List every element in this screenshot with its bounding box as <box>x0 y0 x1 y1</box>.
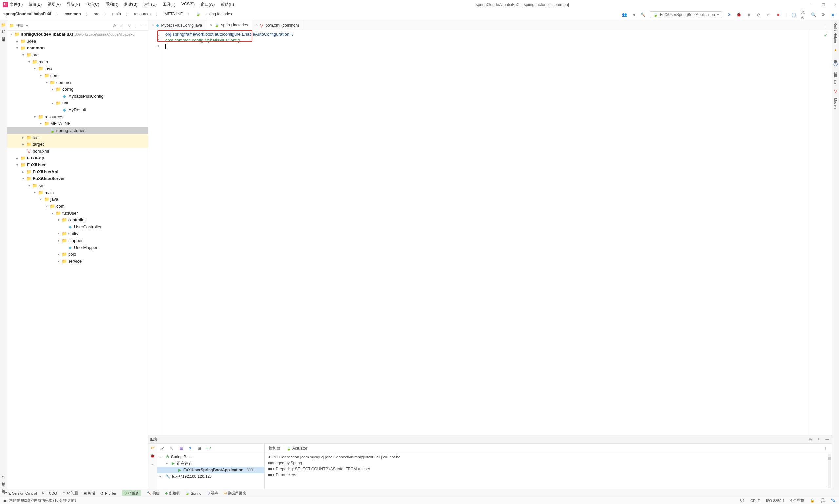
chevron-down-icon[interactable]: ▾ <box>26 23 28 28</box>
lock-icon[interactable]: 🔒 <box>810 499 815 503</box>
filter-icon[interactable]: ▼ <box>188 446 193 451</box>
close-button[interactable]: × <box>834 2 836 7</box>
tree-item-entity[interactable]: ▸📁entity <box>7 230 148 237</box>
tree-item-src[interactable]: ▾📁src <box>7 182 148 189</box>
collapse-icon[interactable]: ⤡ <box>126 23 132 28</box>
add-icon[interactable]: ⊞ <box>197 446 202 451</box>
menu-navigate[interactable]: 导航(N) <box>67 2 80 7</box>
tw-problems[interactable]: ⚠6: 问题 <box>62 490 78 496</box>
tree-item-com[interactable]: ▾📁com <box>7 203 148 210</box>
gear-icon[interactable]: ⋮ <box>134 23 139 28</box>
tw-build[interactable]: 🔨构建 <box>147 490 160 496</box>
menu-tools[interactable]: 工具(T) <box>162 2 175 7</box>
close-icon[interactable]: × <box>256 23 258 27</box>
crumb-resources[interactable]: resources <box>134 12 152 17</box>
hide-panel-icon[interactable]: — <box>825 437 830 442</box>
more-icon-2[interactable]: … <box>151 462 155 466</box>
tree-item-util[interactable]: ▾📁util <box>7 100 148 106</box>
tree-item-mapper[interactable]: ▾📁mapper <box>7 237 148 244</box>
tw-deps[interactable]: ◆依赖项 <box>165 490 180 496</box>
tree-item-usercontroller[interactable]: ◆UserController <box>7 223 148 230</box>
tw-endpoints[interactable]: ⬡端点 <box>207 490 218 496</box>
menu-edit[interactable]: 编辑(E) <box>29 2 41 7</box>
project-tab-icon[interactable]: 📁 <box>1 22 6 28</box>
tree-item-pojo[interactable]: ▸📁pojo <box>7 251 148 258</box>
record-icon[interactable]: ◎ <box>807 437 813 442</box>
tab-pom[interactable]: × ⋁ pom.xml (common) <box>252 20 303 30</box>
console-output[interactable]: JDBC Connection [com.mysql.cj.jdbc.Conne… <box>264 453 832 489</box>
run-config-combo[interactable]: 🍃 FuXiUserSpringBootApplication ▾ <box>650 12 722 18</box>
service-item-fuxiuserspringbootapplication[interactable]: ▶FuXiUserSpringBootApplication :8001 <box>157 467 264 473</box>
tree-item-java[interactable]: ▾📁java <box>7 196 148 203</box>
services-tree[interactable]: ▾⏻Spring Boot ▾▶正在运行 ▶FuXiUserSpringBoot… <box>157 453 264 489</box>
bookmark-tab-icon[interactable]: ★ <box>1 38 6 43</box>
tree-item-target[interactable]: ▸📁target <box>7 141 148 148</box>
tree-item-src[interactable]: ▾📁src <box>7 51 148 58</box>
menu-build[interactable]: 构建(B) <box>124 2 137 7</box>
status-line-sep[interactable]: CRLF <box>751 499 760 503</box>
menu-run[interactable]: 运行(U) <box>143 2 157 7</box>
tree-item-main[interactable]: ▾📁main <box>7 189 148 196</box>
translate-icon[interactable]: 文A <box>801 12 806 17</box>
tree-item-resources[interactable]: ▾📁resources <box>7 113 148 120</box>
chat-icon[interactable]: 💬 <box>821 499 825 503</box>
tree-item-fuxiuser[interactable]: ▾📁fuxiUser <box>7 210 148 216</box>
crumb-src[interactable]: src <box>94 12 99 17</box>
maximize-button[interactable]: □ <box>822 2 825 7</box>
status-cursor[interactable]: 3:1 <box>740 499 744 503</box>
tw-terminal[interactable]: ▣终端 <box>83 490 95 496</box>
menu-refactor[interactable]: 重构(R) <box>105 2 119 7</box>
crumb-metainf[interactable]: META-INF <box>164 12 183 17</box>
more-icon[interactable]: ⋮ <box>816 437 821 442</box>
tree-item-test[interactable]: ▸📁test <box>7 134 148 141</box>
crumb-main[interactable]: main <box>113 12 121 17</box>
tree-item-mybatisplusconfig[interactable]: ◆MybatisPlusConfig <box>7 93 148 100</box>
close-icon[interactable]: × <box>210 23 212 27</box>
service-item-fuxi-192-168-126-128[interactable]: ▾🔧fuxi@192.168.126.128 <box>157 473 264 480</box>
tree-item-spring-factories[interactable]: 🍃spring.factories <box>7 127 148 134</box>
rerun-icon[interactable]: ⟳ <box>151 446 154 450</box>
hide-icon[interactable]: — <box>141 23 146 28</box>
tab-menu-icon[interactable]: ⋮ <box>823 23 828 28</box>
tw-version-control[interactable]: ⎇9: Version Control <box>3 491 37 495</box>
menu-window[interactable]: 窗口(W) <box>201 2 215 7</box>
tab-mybatis[interactable]: × ◆ MybatisPlusConfig.java <box>148 20 206 30</box>
collapse-all-icon[interactable]: ⤡ <box>169 446 174 451</box>
status-indent[interactable]: 4 个空格 <box>790 498 804 503</box>
next-icon[interactable]: ▶ <box>831 12 836 17</box>
tree-item-com[interactable]: ▾📁com <box>7 72 148 79</box>
crumb-module[interactable]: common <box>65 12 81 17</box>
menu-view[interactable]: 视图(V) <box>48 2 61 7</box>
actuator-tab[interactable]: 🍃Actuator <box>286 446 307 451</box>
crumb-project[interactable]: springCloudeAlibabaFuXi <box>3 12 51 17</box>
tree-item-java[interactable]: ▾📁java <box>7 65 148 72</box>
crumb-file[interactable]: spring.factories <box>205 12 232 17</box>
target-icon[interactable]: ⊙ <box>112 23 117 28</box>
tree-item-fuxiuserserver[interactable]: ▾📁FuXiUserServer <box>7 175 148 182</box>
update-icon[interactable]: ⟳ <box>821 12 826 17</box>
expand-icon[interactable]: ⤢ <box>119 23 124 28</box>
grid-icon[interactable]: ▦ <box>178 446 184 451</box>
left-tab-project[interactable]: 1: 项目 <box>1 30 6 34</box>
tree-item-usermapper[interactable]: ◆UserMapper <box>7 244 148 251</box>
profile-icon[interactable]: ◔ <box>756 12 761 17</box>
close-icon[interactable]: × <box>152 23 154 27</box>
tree-item-service[interactable]: ▸📁service <box>7 258 148 265</box>
right-tab-comate[interactable]: 百度 Comate <box>833 71 838 85</box>
right-tab-maven[interactable]: Maven <box>834 98 838 109</box>
scroll-up-icon[interactable]: ↑ <box>823 446 828 451</box>
menu-file[interactable]: 文件(F) <box>10 2 23 7</box>
tree-item--idea[interactable]: ▸📁.idea <box>7 38 148 44</box>
tree-item-common[interactable]: ▾📁common <box>7 79 148 86</box>
left-tab-structure[interactable]: 7: 结构 <box>1 476 6 480</box>
menu-help[interactable]: 帮助(H) <box>221 2 234 7</box>
users-icon[interactable]: 👥 <box>622 12 627 17</box>
search-icon[interactable]: 🔍 <box>811 12 816 17</box>
tw-dbchanges[interactable]: ⛁数据库更改 <box>224 490 246 496</box>
tree-item-pom-xml[interactable]: ⋁pom.xml <box>7 148 148 155</box>
coverage-icon[interactable]: ◉ <box>746 12 751 17</box>
tree-item-springcloudealibabafuxi[interactable]: ▾📁springCloudeAlibabaFuXi D:\workspace\s… <box>7 31 148 38</box>
tree-item-fuxiuser[interactable]: ▾📁FuXiUser <box>7 161 148 168</box>
debug-icon[interactable]: 🐞 <box>150 454 155 458</box>
right-tab-redis[interactable]: Redis Helper <box>834 22 838 43</box>
